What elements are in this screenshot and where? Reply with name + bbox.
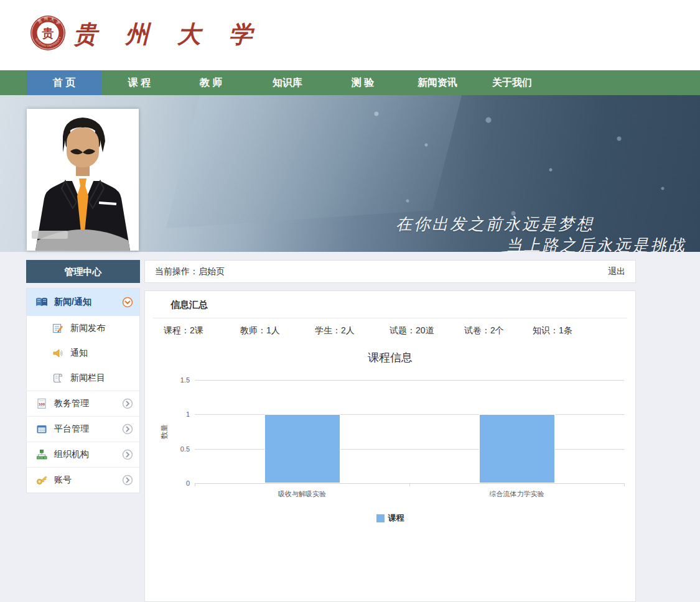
book-icon bbox=[35, 297, 48, 308]
chart-title: 课程信息 bbox=[145, 350, 635, 365]
legend-swatch bbox=[376, 514, 385, 522]
sidebar-item-account[interactable]: 账号 bbox=[27, 468, 139, 493]
stat-courses: 课程：2课 bbox=[164, 325, 203, 336]
gridline bbox=[195, 414, 624, 415]
nav-item-teachers[interactable]: 教 师 bbox=[200, 70, 222, 95]
avatar-watermark bbox=[32, 231, 68, 239]
sidebar-item-news-column[interactable]: 新闻栏目 bbox=[27, 366, 139, 391]
sidebar-item-news-publish[interactable]: 新闻发布 bbox=[27, 316, 139, 341]
operation-bar: 当前操作：启始页 退出 bbox=[144, 260, 636, 283]
x-category-label: 综合流体力学实验 bbox=[490, 489, 544, 499]
sidebar-item-label: 新闻发布 bbox=[70, 323, 133, 334]
sidebar-item-label: 教务管理 bbox=[54, 398, 122, 409]
user-avatar bbox=[27, 109, 139, 251]
main-nav: 首 页 课 程 教 师 知识库 测 验 新闻资讯 关于我们 bbox=[0, 70, 700, 95]
sidebar-item-news-notice[interactable]: 新闻/通知 bbox=[27, 289, 139, 316]
x-axis-tick bbox=[409, 483, 410, 486]
chevron-right-icon[interactable] bbox=[122, 449, 133, 460]
x-category-label: 吸收与解吸实验 bbox=[278, 489, 326, 499]
sidebar-item-label: 平台管理 bbox=[54, 424, 122, 435]
summary-divider bbox=[153, 318, 627, 318]
bar-吸收与解吸实验 bbox=[264, 414, 340, 483]
gridline bbox=[195, 449, 624, 450]
nav-item-knowledge[interactable]: 知识库 bbox=[273, 70, 302, 95]
sidebar-item-label: 组织机构 bbox=[54, 449, 122, 460]
chevron-right-icon[interactable] bbox=[122, 424, 133, 435]
speaker-icon bbox=[52, 348, 64, 359]
sidebar-item-label: 通知 bbox=[70, 348, 133, 359]
gridline bbox=[195, 380, 624, 381]
stat-questions: 试题：20道 bbox=[390, 325, 434, 336]
sidebar-submenu: 新闻发布 通知 新闻栏目 bbox=[27, 316, 139, 391]
chevron-down-icon[interactable] bbox=[122, 297, 133, 308]
stat-students: 学生：2人 bbox=[315, 325, 355, 336]
sidebar-item-organization[interactable]: 组织机构 bbox=[27, 442, 139, 467]
stat-teachers: 教师：1人 bbox=[240, 325, 280, 336]
svg-text:100: 100 bbox=[39, 402, 45, 406]
chevron-right-icon[interactable] bbox=[122, 398, 133, 409]
current-operation-label: 当前操作：启始页 bbox=[155, 266, 225, 277]
nav-item-home[interactable]: 首 页 bbox=[27, 70, 101, 95]
banner-slogan-line1: 在你出发之前永远是梦想 bbox=[396, 213, 594, 235]
summary-title: 信息汇总 bbox=[170, 299, 208, 311]
scroll-icon bbox=[52, 373, 64, 384]
sidebar-item-notice[interactable]: 通知 bbox=[27, 341, 139, 366]
university-wordmark: 贵 州 大 学 bbox=[73, 19, 263, 50]
y-tick-label: 0 bbox=[159, 479, 190, 487]
bar-综合流体力学实验 bbox=[479, 414, 555, 483]
chevron-right-icon[interactable] bbox=[122, 475, 133, 486]
y-tick-label: 0.5 bbox=[159, 445, 190, 453]
sidebar-item-label: 账号 bbox=[54, 475, 122, 486]
x-axis-tick bbox=[195, 483, 195, 486]
nav-item-tests[interactable]: 测 验 bbox=[352, 70, 374, 95]
org-tree-icon bbox=[35, 449, 48, 460]
svg-text:贵: 贵 bbox=[42, 26, 54, 40]
sidebar-item-platform-manage[interactable]: 平台管理 bbox=[27, 417, 139, 442]
sidebar-item-edu-manage[interactable]: 100 教务管理 bbox=[27, 391, 139, 416]
avatar-illustration bbox=[27, 109, 139, 251]
chart-y-axis-label: 数量 bbox=[159, 424, 170, 439]
university-seal-icon: 贵 贵州大学 GUIZHOU UNIVERSITY bbox=[30, 15, 66, 51]
nav-item-news[interactable]: 新闻资讯 bbox=[418, 70, 457, 95]
page: 贵 贵州大学 GUIZHOU UNIVERSITY 贵 州 大 学 首 页 课 … bbox=[0, 0, 700, 602]
chart-legend[interactable]: 课程 bbox=[145, 512, 635, 524]
legend-label: 课程 bbox=[388, 512, 404, 524]
logout-button[interactable]: 退出 bbox=[608, 266, 625, 277]
site-header: 贵 贵州大学 GUIZHOU UNIVERSITY 贵 州 大 学 bbox=[0, 0, 700, 70]
sidebar-title: 管理中心 bbox=[26, 260, 140, 283]
exam-score-icon: 100 bbox=[35, 398, 48, 409]
y-tick-label: 1 bbox=[159, 410, 190, 418]
sidebar-menu: 新闻/通知 新闻发布 通知 bbox=[26, 288, 140, 493]
nav-item-courses[interactable]: 课 程 bbox=[128, 70, 151, 95]
stat-knowledge: 知识：1条 bbox=[533, 325, 572, 336]
sidebar-item-label: 新闻栏目 bbox=[70, 373, 133, 384]
nav-item-about[interactable]: 关于我们 bbox=[492, 70, 532, 95]
stat-papers: 试卷：2个 bbox=[464, 325, 504, 336]
x-axis-tick bbox=[624, 483, 625, 486]
sidebar-item-label: 新闻/通知 bbox=[54, 297, 122, 308]
calendar-grid-icon bbox=[35, 424, 48, 435]
banner-slogan-line2: 当上路之后永远是挑战 bbox=[506, 234, 686, 252]
news-edit-icon bbox=[52, 323, 64, 334]
summary-panel: 信息汇总 课程：2课 教师：1人 学生：2人 试题：20道 试卷：2个 知识：1… bbox=[144, 290, 636, 602]
y-tick-label: 1.5 bbox=[159, 376, 190, 384]
key-icon bbox=[35, 475, 48, 486]
